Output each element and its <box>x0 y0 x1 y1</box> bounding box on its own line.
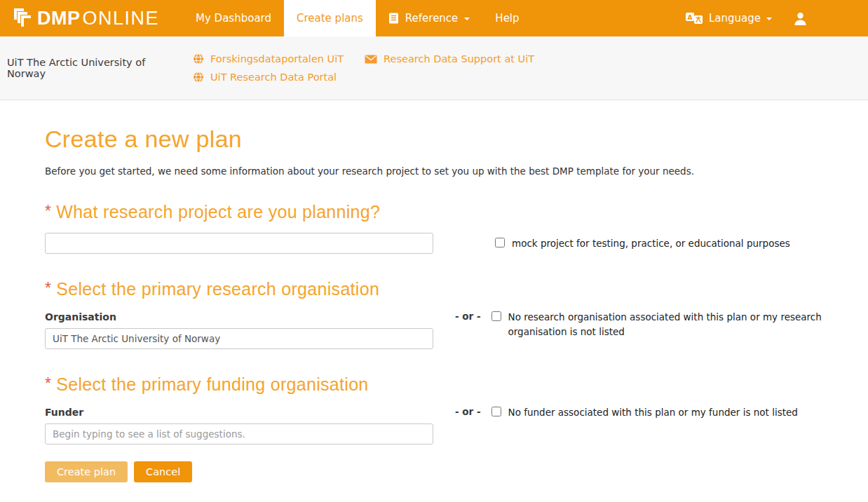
language-menu[interactable]: A Language <box>685 11 772 25</box>
chevron-down-icon <box>464 18 470 20</box>
section-heading-text: Select the primary research organisation <box>56 279 379 299</box>
nav-item-reference[interactable]: Reference <box>376 0 483 36</box>
book-icon <box>388 12 399 25</box>
envelope-icon <box>365 55 377 64</box>
mock-project-checkbox[interactable] <box>495 238 505 247</box>
no-research-org-checkbox-label: No research organisation associated with… <box>508 310 824 339</box>
page-intro: Before you get started, we need some inf… <box>45 165 868 177</box>
mock-project-checkbox-label: mock project for testing, practice, or e… <box>512 236 790 251</box>
no-research-org-checkbox-row[interactable]: No research organisation associated with… <box>491 310 824 339</box>
section-research-org-heading: * Select the primary research organisati… <box>45 279 868 299</box>
nav-item-help[interactable]: Help <box>482 0 531 36</box>
organisation-input[interactable] <box>45 328 433 349</box>
cancel-button[interactable]: Cancel <box>134 461 192 482</box>
org-subheader: UiT The Arctic University of Norway Fors… <box>0 36 868 100</box>
section-project: * What research project are you planning… <box>45 202 868 254</box>
brand-text-bold: DMP <box>37 9 81 28</box>
required-marker: * <box>45 202 51 222</box>
section-funder-heading: * Select the primary funding organisatio… <box>45 374 868 395</box>
mock-project-checkbox-row[interactable]: mock project for testing, practice, or e… <box>495 236 790 251</box>
no-research-org-checkbox[interactable] <box>491 311 501 321</box>
chevron-down-icon <box>766 18 772 20</box>
create-plan-button[interactable]: Create plan <box>45 461 128 482</box>
or-separator: - or - <box>455 405 481 417</box>
funder-input[interactable] <box>45 423 433 445</box>
nav-item-my-dashboard[interactable]: My Dashboard <box>183 0 284 36</box>
main-content: Create a new plan Before you get started… <box>0 100 868 482</box>
organisation-field-label: Organisation <box>45 311 433 323</box>
project-title-input[interactable] <box>45 233 433 254</box>
page-title: Create a new plan <box>45 126 868 153</box>
org-link-label: UiT Research Data Portal <box>210 72 337 83</box>
required-marker: * <box>45 374 51 394</box>
top-navbar: DMP ONLINE My Dashboard Create plans Ref… <box>0 0 868 36</box>
nav-item-label: Help <box>495 12 519 25</box>
org-link-research-data-support[interactable]: Research Data Support at UiT <box>365 53 534 65</box>
svg-text:A: A <box>687 14 692 21</box>
funder-field-label: Funder <box>45 407 433 418</box>
navbar-right: A Language <box>685 0 868 36</box>
section-heading-text: Select the primary funding organisation <box>56 374 368 395</box>
nav-item-label: Create plans <box>297 12 363 25</box>
nav-item-label: My Dashboard <box>196 12 271 25</box>
or-separator: - or - <box>455 310 481 322</box>
nav-item-label: Reference <box>405 12 459 25</box>
form-actions: Create plan Cancel <box>45 461 868 482</box>
no-funder-checkbox[interactable] <box>491 407 501 416</box>
no-funder-checkbox-row[interactable]: No funder associated with this plan or m… <box>491 405 798 420</box>
user-account-button[interactable] <box>793 11 808 26</box>
org-links: Forskingsdataportalen UiT Research Data … <box>193 53 534 83</box>
section-research-org: * Select the primary research organisati… <box>45 279 868 349</box>
section-heading-text: What research project are you planning? <box>56 202 380 222</box>
no-funder-checkbox-label: No funder associated with this plan or m… <box>508 405 798 420</box>
org-link-uit-research-data-portal[interactable]: UiT Research Data Portal <box>193 72 337 83</box>
nav-item-create-plans[interactable]: Create plans <box>284 0 376 36</box>
brand-text-light: ONLINE <box>83 9 160 28</box>
required-marker: * <box>45 279 51 299</box>
brand-logo[interactable]: DMP ONLINE <box>0 0 166 36</box>
dmponline-logo-icon <box>13 6 35 31</box>
org-link-forskingsdataportalen[interactable]: Forskingsdataportalen UiT <box>193 53 344 65</box>
org-link-label: Research Data Support at UiT <box>384 53 534 65</box>
section-funder: * Select the primary funding organisatio… <box>45 374 868 445</box>
org-name: UiT The Arctic University of Norway <box>7 57 187 79</box>
org-link-label: Forskingsdataportalen UiT <box>210 53 344 65</box>
main-nav: My Dashboard Create plans Reference Help <box>183 0 532 36</box>
translate-icon: A <box>685 11 703 25</box>
language-label: Language <box>709 12 761 25</box>
globe-icon <box>193 53 204 65</box>
globe-icon <box>193 72 204 83</box>
user-icon <box>793 11 808 26</box>
section-project-heading: * What research project are you planning… <box>45 202 868 222</box>
